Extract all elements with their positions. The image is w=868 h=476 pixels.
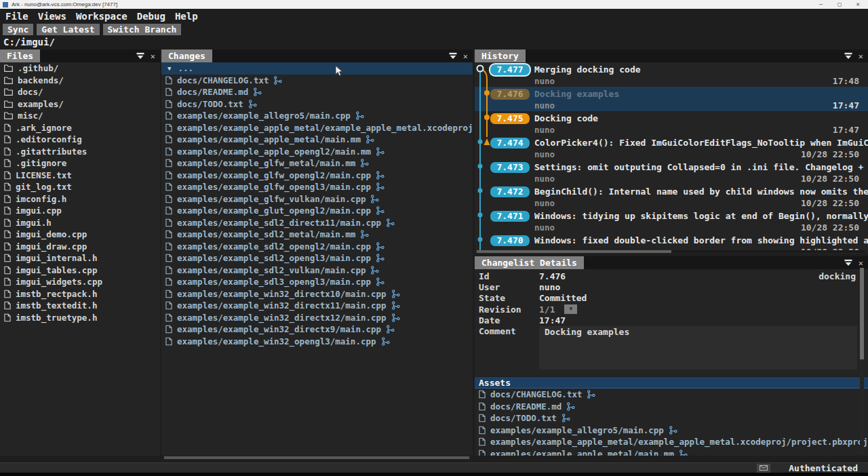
file-icon	[165, 230, 172, 239]
changed-file-row[interactable]: examples/example_sdl3_opengl3/main.cpp	[161, 276, 473, 288]
changed-file-row[interactable]: docs/README.md	[475, 401, 868, 413]
history-row[interactable]: 7.476Docking examplesnuno17:47	[475, 87, 868, 111]
changed-file-row[interactable]: examples/example_apple_metal/main.mm	[161, 134, 473, 146]
menu-item-debug[interactable]: Debug	[137, 11, 165, 22]
file-row[interactable]: .gitignore	[0, 157, 160, 170]
history-row[interactable]: 7.473Settings: omit outputing Collapsed=…	[475, 160, 868, 184]
file-row[interactable]: docs/	[0, 86, 160, 98]
changed-file-row[interactable]: examples/example_sdl2_opengl2/main.cpp	[161, 241, 473, 253]
changes-root-row[interactable]: ▼ ...	[161, 62, 473, 75]
changed-file-row[interactable]: examples/example_glfw_metal/main.mm	[161, 157, 473, 170]
changed-file-row[interactable]: examples/example_glfw_opengl2/main.cpp	[161, 170, 473, 182]
history-row[interactable]: 7.474ColorPicker4(): Fixed ImGuiColorEdi…	[475, 136, 868, 160]
filter-icon[interactable]	[449, 52, 457, 60]
menu-item-file[interactable]: File	[5, 11, 28, 22]
changed-file-row[interactable]: examples/example_win32_directx12/main.cp…	[161, 312, 473, 324]
file-row[interactable]: LICENSE.txt	[0, 170, 160, 182]
close-icon[interactable]: ✕	[859, 52, 863, 60]
file-row[interactable]: .gitattributes	[0, 146, 160, 158]
changed-file-row[interactable]: examples/example_win32_opengl3/main.cpp	[161, 336, 473, 348]
changelist-details-tab[interactable]: Changelist Details	[475, 256, 584, 269]
changed-file-row[interactable]: examples/example_glut_opengl2/main.cpp	[161, 205, 473, 217]
switch-branch-button[interactable]: Switch Branch	[103, 24, 182, 35]
changed-file-row[interactable]: examples/example_apple_opengl2/main.mm	[161, 146, 473, 158]
close-icon[interactable]: ✕	[859, 259, 863, 267]
maximize-button[interactable]: ▢	[837, 0, 841, 9]
changed-file-row[interactable]: examples/example_allegro5/main.cpp	[161, 110, 473, 122]
file-row[interactable]: imgui_widgets.cpp	[0, 276, 160, 288]
path-field[interactable]: C:/imgui/	[0, 37, 55, 49]
merge-icon	[391, 290, 400, 298]
filter-icon[interactable]	[136, 52, 144, 60]
changed-file-row[interactable]: docs/README.md	[161, 86, 473, 98]
file-row[interactable]: imgui_internal.h	[0, 252, 160, 264]
file-name: .gitattributes	[16, 146, 87, 157]
changes-tab[interactable]: Changes	[161, 49, 212, 62]
file-row[interactable]: git_log.txt	[0, 181, 160, 193]
revision-dropdown[interactable]: ▼	[564, 304, 577, 314]
file-row[interactable]: .editorconfig	[0, 134, 160, 146]
file-row[interactable]: imconfig.h	[0, 193, 160, 205]
changeset-title: Merging docking code	[534, 64, 641, 75]
changed-file-row[interactable]: examples/example_win32_directx10/main.cp…	[161, 288, 473, 300]
filter-icon[interactable]	[844, 259, 852, 266]
changed-file-row[interactable]: examples/example_glfw_opengl3/main.cpp	[161, 181, 473, 193]
menu-item-help[interactable]: Help	[175, 11, 198, 22]
file-row[interactable]: imgui_draw.cpp	[0, 241, 160, 253]
file-row[interactable]: examples/	[0, 98, 160, 111]
changed-file-row[interactable]: docs/TODO.txt	[161, 98, 473, 111]
file-row[interactable]: imgui.h	[0, 217, 160, 229]
changed-file-row[interactable]: examples/example_sdl2_metal/main.mm	[161, 229, 473, 241]
changed-file-row[interactable]: examples/example_apple_metal/main.mm	[475, 448, 868, 456]
history-hscroll-thumb[interactable]	[477, 250, 671, 253]
changed-file-row[interactable]: docs/TODO.txt	[475, 412, 868, 424]
menu-item-workspace[interactable]: Workspace	[76, 11, 127, 22]
assets-header[interactable]: Assets	[475, 377, 868, 389]
file-row[interactable]: imstb_rectpack.h	[0, 288, 160, 300]
get-latest-button[interactable]: Get Latest	[37, 24, 99, 35]
changed-file-row[interactable]: docs/CHANGELOG.txt	[475, 389, 868, 401]
history-row[interactable]: 7.471Windows: tidying up skipitems logic…	[475, 209, 868, 233]
changed-file-row[interactable]: examples/example_sdl2_directx11/main.cpp	[161, 217, 473, 229]
mail-icon[interactable]	[757, 464, 770, 473]
changed-file-row[interactable]: examples/example_win32_directx9/main.cpp	[161, 323, 473, 336]
file-row[interactable]: imstb_textedit.h	[0, 300, 160, 312]
close-icon[interactable]: ✕	[463, 52, 468, 60]
changed-file-path: examples/example_sdl2_opengl3/main.cpp	[177, 253, 371, 263]
close-button[interactable]: ✕	[856, 0, 860, 9]
changed-file-row[interactable]: examples/example_apple_metal/example_app…	[161, 122, 473, 134]
history-hscrollbar[interactable]	[477, 250, 866, 253]
changed-file-row[interactable]: examples/example_sdl2_vulkan/main.cpp	[161, 264, 473, 277]
history-row[interactable]: 7.472BeginChild(): Internal name used by…	[475, 184, 868, 209]
files-tab[interactable]: Files	[0, 49, 40, 62]
changed-file-row[interactable]: examples/example_apple_metal/example_app…	[475, 436, 868, 448]
details-vscrollbar[interactable]	[860, 268, 864, 456]
changed-file-row[interactable]: examples/example_win32_directx11/main.cp…	[161, 300, 473, 312]
history-row[interactable]: 7.477Merging docking codenuno17:48	[475, 62, 868, 87]
file-row[interactable]: misc/	[0, 110, 160, 122]
file-row[interactable]: .github/	[0, 62, 160, 75]
changes-hscroll-thumb[interactable]	[164, 456, 469, 459]
file-row[interactable]: imgui_demo.cpp	[0, 229, 160, 241]
file-row[interactable]: imgui.cpp	[0, 205, 160, 217]
file-row[interactable]: .ark_ignore	[0, 122, 160, 134]
history-tab[interactable]: History	[475, 49, 526, 62]
minimize-button[interactable]: —	[819, 0, 823, 9]
history-row[interactable]: 7.475Docking codenuno17:47	[475, 111, 868, 136]
menu-item-views[interactable]: Views	[38, 11, 66, 22]
file-row[interactable]: imstb_truetype.h	[0, 312, 160, 324]
changed-file-row[interactable]: examples/example_sdl2_opengl3/main.cpp	[161, 252, 473, 264]
history-row[interactable]: 7.470Windows: fixed double-clicked borde…	[475, 233, 868, 250]
file-row[interactable]: backends/	[0, 75, 160, 87]
close-icon[interactable]: ✕	[151, 52, 155, 60]
file-row[interactable]: imgui_tables.cpp	[0, 264, 160, 277]
comment-label: Comment	[479, 326, 539, 336]
changed-file-row[interactable]: docs/CHANGELOG.txt	[161, 75, 473, 87]
sync-button[interactable]: Sync	[3, 24, 33, 35]
changes-hscrollbar[interactable]	[163, 456, 472, 460]
comment-field[interactable]: Docking examples	[539, 326, 857, 370]
changed-file-row[interactable]: examples/example_allegro5/main.cpp	[475, 424, 868, 437]
filter-icon[interactable]	[844, 52, 852, 60]
changed-file-row[interactable]: examples/example_glfw_vulkan/main.cpp	[161, 193, 473, 205]
details-vscroll-thumb[interactable]	[860, 268, 864, 359]
